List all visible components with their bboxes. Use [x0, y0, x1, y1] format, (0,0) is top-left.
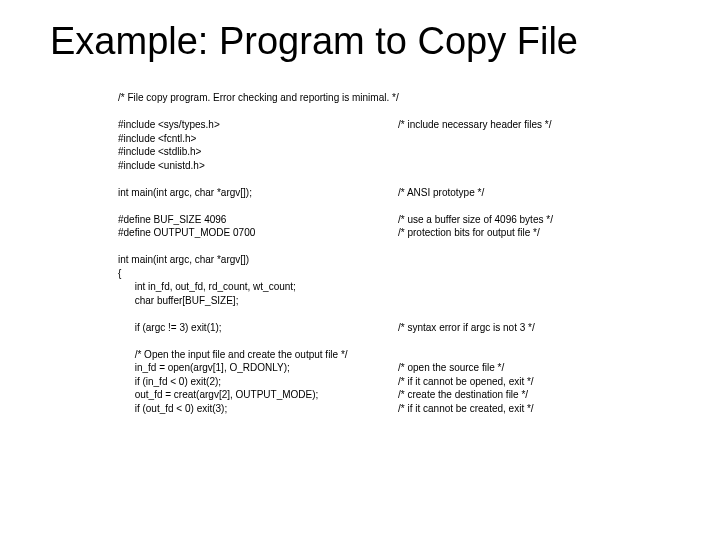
code-text: #include <sys/types.h> [118, 118, 398, 132]
code-text: in_fd = open(argv[1], O_RDONLY); [118, 361, 398, 375]
code-text: if (argc != 3) exit(1); [118, 321, 398, 335]
code-comment: /* protection bits for output file */ [398, 226, 670, 240]
code-line: { [118, 267, 670, 281]
page-title: Example: Program to Copy File [50, 20, 670, 63]
code-line: #include <sys/types.h>/* include necessa… [118, 118, 670, 132]
code-line: /* Open the input file and create the ou… [118, 348, 670, 362]
code-text: if (in_fd < 0) exit(2); [118, 375, 398, 389]
code-text: #include <stdlib.h> [118, 145, 398, 159]
blank-line [118, 307, 670, 321]
blank-line [118, 199, 670, 213]
code-comment [398, 91, 670, 105]
code-comment [398, 132, 670, 146]
code-text: #include <fcntl.h> [118, 132, 398, 146]
code-comment: /* include necessary header files */ [398, 118, 670, 132]
code-line: /* File copy program. Error checking and… [118, 91, 670, 105]
code-listing: /* File copy program. Error checking and… [50, 91, 670, 415]
code-comment: /* open the source file */ [398, 361, 670, 375]
code-line: in_fd = open(argv[1], O_RDONLY);/* open … [118, 361, 670, 375]
code-line: #define BUF_SIZE 4096/* use a buffer siz… [118, 213, 670, 227]
code-line: out_fd = creat(argv[2], OUTPUT_MODE);/* … [118, 388, 670, 402]
code-line: #include <stdlib.h> [118, 145, 670, 159]
blank-line [118, 240, 670, 254]
code-text: int main(int argc, char *argv[]); [118, 186, 398, 200]
code-text: { [118, 267, 398, 281]
code-text: if (out_fd < 0) exit(3); [118, 402, 398, 416]
code-comment [398, 294, 670, 308]
code-text: char buffer[BUF_SIZE]; [118, 294, 398, 308]
code-line: char buffer[BUF_SIZE]; [118, 294, 670, 308]
code-text: /* File copy program. Error checking and… [118, 91, 398, 105]
code-line: if (out_fd < 0) exit(3);/* if it cannot … [118, 402, 670, 416]
code-line: #include <fcntl.h> [118, 132, 670, 146]
code-line: #include <unistd.h> [118, 159, 670, 173]
code-line: if (in_fd < 0) exit(2);/* if it cannot b… [118, 375, 670, 389]
code-text: /* Open the input file and create the ou… [118, 348, 398, 362]
code-line: int main(int argc, char *argv[]) [118, 253, 670, 267]
code-text: int in_fd, out_fd, rd_count, wt_count; [118, 280, 398, 294]
code-line: int in_fd, out_fd, rd_count, wt_count; [118, 280, 670, 294]
blank-line [118, 105, 670, 119]
code-comment: /* use a buffer size of 4096 bytes */ [398, 213, 670, 227]
code-comment [398, 145, 670, 159]
code-comment: /* syntax error if argc is not 3 */ [398, 321, 670, 335]
blank-line [118, 172, 670, 186]
code-text: int main(int argc, char *argv[]) [118, 253, 398, 267]
code-text: out_fd = creat(argv[2], OUTPUT_MODE); [118, 388, 398, 402]
code-comment [398, 280, 670, 294]
slide: Example: Program to Copy File /* File co… [0, 0, 720, 540]
code-text: #include <unistd.h> [118, 159, 398, 173]
code-comment: /* create the destination file */ [398, 388, 670, 402]
code-comment: /* if it cannot be opened, exit */ [398, 375, 670, 389]
code-comment [398, 267, 670, 281]
code-comment: /* ANSI prototype */ [398, 186, 670, 200]
code-comment: /* if it cannot be created, exit */ [398, 402, 670, 416]
code-text: #define BUF_SIZE 4096 [118, 213, 398, 227]
blank-line [118, 334, 670, 348]
code-comment [398, 159, 670, 173]
code-comment [398, 348, 670, 362]
code-text: #define OUTPUT_MODE 0700 [118, 226, 398, 240]
code-line: if (argc != 3) exit(1);/* syntax error i… [118, 321, 670, 335]
code-line: int main(int argc, char *argv[]);/* ANSI… [118, 186, 670, 200]
code-line: #define OUTPUT_MODE 0700/* protection bi… [118, 226, 670, 240]
code-comment [398, 253, 670, 267]
